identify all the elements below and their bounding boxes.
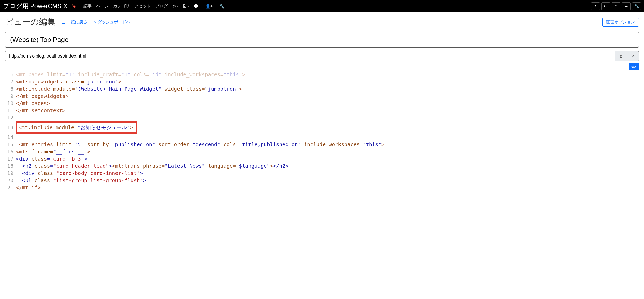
- code-content: <h2 class="card-header lead"><mt:trans p…: [16, 162, 289, 170]
- code-content: <mt:pages limit="1" include_draft="1" co…: [16, 71, 245, 78]
- highlighted-code-line: 13 <mt:include module="お知らせモジュール">: [5, 121, 639, 134]
- line-number: 21: [5, 184, 16, 191]
- code-line: 7 <mt:pagewidgets class="jumbotron">: [5, 78, 639, 85]
- code-toggle-row: </>: [5, 63, 639, 70]
- code-line: 19 <div class="card-body card-inner-list…: [5, 170, 639, 177]
- page-content: ビューの編集 ☰ 一覧に戻る ⌂ ダッシュボードへ 画面オプション ⧉ ↗ </…: [0, 12, 644, 191]
- code-content: <mt:include module="(Website) Main Page …: [16, 85, 242, 92]
- url-input[interactable]: [5, 51, 615, 61]
- settings-menu[interactable]: ⚙ ▾: [171, 3, 180, 10]
- nav-assets[interactable]: アセット: [133, 3, 152, 10]
- caret-down-icon: ▾: [199, 5, 201, 8]
- code-line: 11 </mt:setcontext>: [5, 107, 639, 114]
- wrench-icon: 🔧: [634, 4, 639, 8]
- url-row: ⧉ ↗: [5, 51, 639, 61]
- bookmark-icon: 🔖: [71, 4, 77, 9]
- nav-pages[interactable]: ページ: [95, 3, 110, 10]
- bookmark-menu[interactable]: 🔖 ▾: [70, 3, 80, 10]
- refresh-button[interactable]: ⟳: [601, 2, 610, 10]
- caret-down-icon: ▾: [187, 5, 189, 8]
- refresh-icon: ⟳: [604, 4, 607, 8]
- code-line: 6 <mt:pages limit="1" include_draft="1" …: [5, 71, 639, 78]
- line-number: 16: [5, 148, 16, 155]
- code-icon: </>: [631, 65, 636, 69]
- code-content: <div class="card mb-3">: [16, 155, 87, 162]
- top-nav: 🔖 ▾ 記事 ページ カテゴリ アセット ブログ ⚙ ▾ 🗄 ▾ 💬 ▾ 👤+ …: [70, 3, 591, 10]
- line-number: 17: [5, 155, 16, 162]
- logout-icon: ➡: [625, 4, 628, 8]
- external-icon: ↗: [594, 4, 597, 8]
- line-number: 18: [5, 162, 16, 170]
- code-line: 18 <h2 class="card-header lead"><mt:tran…: [5, 162, 639, 170]
- external-link-icon: ↗: [631, 54, 634, 59]
- list-icon: ☰: [61, 20, 65, 25]
- users-menu[interactable]: 👤+ ▾: [204, 3, 216, 10]
- user-button[interactable]: ☺: [612, 2, 620, 10]
- code-line: 14: [5, 134, 639, 141]
- line-number: 8: [5, 85, 16, 92]
- line-number: 9: [5, 92, 16, 100]
- code-content: <ul class="list-group list-group-flush">: [16, 177, 146, 184]
- line-number: 6: [5, 71, 16, 78]
- line-number: 10: [5, 100, 16, 107]
- code-line: 16 <mt:if name="__first__">: [5, 148, 639, 155]
- code-content: [16, 134, 19, 141]
- code-content: </mt:if>: [16, 184, 41, 191]
- open-url-button[interactable]: ↗: [627, 51, 639, 61]
- copy-url-button[interactable]: ⧉: [615, 51, 627, 61]
- line-number: 20: [5, 177, 16, 184]
- user-circle-icon: ☺: [614, 4, 618, 8]
- page-title: ビューの編集: [5, 16, 55, 28]
- caret-down-icon: ▾: [225, 5, 227, 8]
- code-content: </mt:pages>: [16, 100, 50, 107]
- copy-icon: ⧉: [620, 54, 622, 59]
- code-line: 21 </mt:if>: [5, 184, 639, 191]
- back-to-list-link[interactable]: ☰ 一覧に戻る: [61, 20, 87, 25]
- top-right-icons: ↗ ⟳ ☺ ➡ 🔧: [591, 2, 641, 10]
- to-dashboard-link[interactable]: ⌂ ダッシュボードへ: [93, 20, 130, 25]
- code-line: 20 <ul class="list-group list-group-flus…: [5, 177, 639, 184]
- code-editor[interactable]: 6 <mt:pages limit="1" include_draft="1" …: [5, 71, 639, 191]
- code-content: <mt:if name="__first__">: [16, 148, 90, 155]
- line-number: 19: [5, 170, 16, 177]
- line-number: 13: [5, 124, 16, 131]
- database-icon: 🗄: [183, 4, 187, 8]
- line-number: 11: [5, 107, 16, 114]
- code-content: [16, 114, 19, 121]
- line-number: 12: [5, 114, 16, 121]
- home-icon: ⌂: [93, 20, 96, 24]
- code-content: <mt:include module="お知らせモジュール">: [16, 121, 137, 134]
- view-title-input[interactable]: [5, 32, 639, 48]
- screen-options-button[interactable]: 画面オプション: [602, 18, 639, 27]
- code-line: 10 </mt:pages>: [5, 100, 639, 107]
- code-content: <div class="card-body card-inner-list">: [16, 170, 143, 177]
- caret-down-icon: ▾: [177, 5, 178, 8]
- top-navbar: ブログ用 PowerCMS X 🔖 ▾ 記事 ページ カテゴリ アセット ブログ…: [0, 0, 644, 12]
- nav-blog[interactable]: ブログ: [154, 3, 169, 10]
- wrench-icon: 🔧: [219, 4, 225, 9]
- line-number: 15: [5, 141, 16, 148]
- code-line: 15 <mt:entries limit="5" sort_by="publis…: [5, 141, 639, 148]
- logout-button[interactable]: ➡: [622, 2, 631, 10]
- gear-icon: ⚙: [172, 4, 176, 9]
- to-dashboard-label: ダッシュボードへ: [97, 20, 130, 25]
- brand-title: ブログ用 PowerCMS X: [3, 2, 67, 10]
- caret-down-icon: ▾: [77, 5, 79, 8]
- code-content: </mt:setcontext>: [16, 107, 66, 114]
- caret-down-icon: ▾: [213, 5, 215, 8]
- code-line: 17 <div class="card mb-3">: [5, 155, 639, 162]
- code-content: <mt:pagewidgets class="jumbotron">: [16, 78, 121, 85]
- line-number: 7: [5, 78, 16, 85]
- nav-categories[interactable]: カテゴリ: [112, 3, 131, 10]
- comments-menu[interactable]: 💬 ▾: [192, 3, 202, 10]
- code-view-toggle[interactable]: </>: [629, 63, 639, 70]
- code-content: <mt:entries limit="5" sort_by="published…: [16, 141, 384, 148]
- wrench-button[interactable]: 🔧: [632, 2, 641, 10]
- tools-menu[interactable]: 🔧 ▾: [218, 3, 228, 10]
- database-menu[interactable]: 🗄 ▾: [181, 3, 190, 10]
- line-number: 14: [5, 134, 16, 141]
- nav-articles[interactable]: 記事: [82, 3, 93, 10]
- code-line: 9 </mt:pagewidgets>: [5, 92, 639, 100]
- open-external-button[interactable]: ↗: [591, 2, 600, 10]
- code-line: 12: [5, 114, 639, 121]
